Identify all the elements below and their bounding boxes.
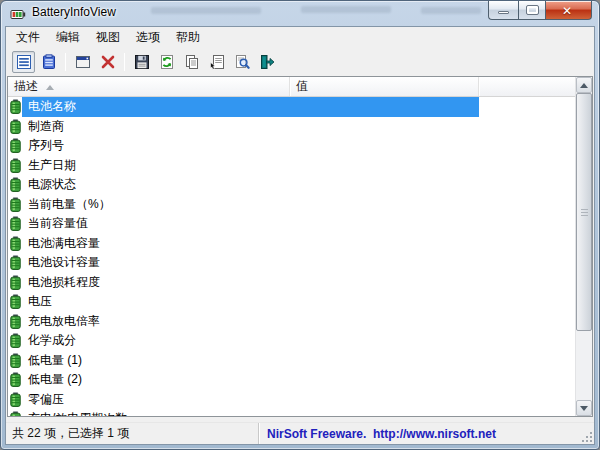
list-item[interactable]: 当前容量值 bbox=[8, 214, 575, 234]
list-item[interactable]: 制造商 bbox=[8, 117, 575, 137]
list-item-label: 电池损耗程度 bbox=[25, 275, 103, 289]
list-item-label: 序列号 bbox=[25, 138, 67, 152]
toolbar bbox=[6, 48, 594, 76]
column-header-filler bbox=[479, 77, 575, 96]
save-icon bbox=[134, 54, 150, 70]
refresh-icon bbox=[159, 54, 175, 70]
list-item[interactable]: 当前电量（%） bbox=[8, 195, 575, 215]
list-item[interactable]: 电源状态 bbox=[8, 175, 575, 195]
list-item-label: 生产日期 bbox=[25, 158, 79, 172]
list-item[interactable]: 电池满电容量 bbox=[8, 234, 575, 254]
resize-grip[interactable] bbox=[581, 431, 593, 443]
column-header-label: 值 bbox=[296, 78, 308, 95]
triangle-down-icon bbox=[580, 406, 588, 411]
list-rows: 电池名称 制造商 序列号 bbox=[8, 97, 575, 416]
window-title: BatteryInfoView bbox=[32, 5, 116, 19]
list-item-label: 电池名称 bbox=[25, 99, 79, 113]
list-item[interactable]: 充电/放电周期次数 bbox=[8, 409, 575, 416]
list-item-label: 电压 bbox=[25, 294, 55, 308]
list-item[interactable]: 低电量 (1) bbox=[8, 351, 575, 371]
titlebar[interactable]: BatteryInfoView ✕ bbox=[1, 1, 599, 26]
battery-icon bbox=[10, 411, 21, 416]
list-item[interactable]: 化学成分 bbox=[8, 331, 575, 351]
column-header-description[interactable]: 描述 bbox=[8, 77, 290, 96]
log-view-button[interactable] bbox=[37, 51, 60, 73]
battery-app-icon bbox=[10, 6, 26, 22]
minimize-icon bbox=[498, 11, 509, 14]
toolbar-separator bbox=[65, 53, 66, 71]
properties-icon bbox=[209, 54, 225, 70]
report-view-button[interactable] bbox=[12, 51, 35, 73]
copy-icon bbox=[184, 54, 200, 70]
status-selection-count: 共 22 项，已选择 1 项 bbox=[6, 423, 259, 444]
exit-icon bbox=[259, 54, 275, 70]
vertical-scrollbar[interactable] bbox=[575, 77, 592, 416]
battery-info-list: 描述 值 电池名称 bbox=[7, 76, 593, 417]
menu-file[interactable]: 文件 bbox=[8, 27, 48, 48]
find-icon bbox=[234, 54, 250, 70]
list-item-label: 制造商 bbox=[25, 119, 67, 133]
list-item[interactable]: 电池名称 bbox=[8, 97, 575, 117]
list-item[interactable]: 电池损耗程度 bbox=[8, 273, 575, 293]
menu-edit[interactable]: 编辑 bbox=[48, 27, 88, 48]
properties-window-icon bbox=[75, 54, 91, 70]
glass-ghost bbox=[421, 7, 481, 14]
properties-window-button[interactable] bbox=[71, 51, 94, 73]
column-header-label: 描述 bbox=[14, 78, 38, 95]
list-item-label: 电池设计容量 bbox=[25, 255, 103, 269]
copy-button[interactable] bbox=[180, 51, 203, 73]
list-item[interactable]: 电压 bbox=[8, 292, 575, 312]
menu-view[interactable]: 视图 bbox=[88, 27, 128, 48]
list-item[interactable]: 零偏压 bbox=[8, 390, 575, 410]
properties-button[interactable] bbox=[205, 51, 228, 73]
list-item-label: 当前电量（%） bbox=[25, 197, 114, 211]
close-icon: ✕ bbox=[562, 4, 572, 18]
list-item-label: 电池满电容量 bbox=[25, 236, 103, 250]
list-item[interactable]: 电池设计容量 bbox=[8, 253, 575, 273]
list-item[interactable]: 序列号 bbox=[8, 136, 575, 156]
list-item-label: 化学成分 bbox=[25, 333, 79, 347]
statusbar: 共 22 项，已选择 1 项 NirSoft Freeware. http://… bbox=[6, 422, 594, 444]
menu-options[interactable]: 选项 bbox=[128, 27, 168, 48]
list-header: 描述 值 bbox=[8, 77, 575, 97]
list-item-label: 充电放电倍率 bbox=[25, 314, 103, 328]
scroll-down-button[interactable] bbox=[576, 400, 592, 416]
list-item-label: 电源状态 bbox=[25, 177, 79, 191]
column-header-value[interactable]: 值 bbox=[290, 77, 479, 96]
close-button[interactable]: ✕ bbox=[546, 1, 592, 20]
menubar: 文件 编辑 视图 选项 帮助 bbox=[6, 27, 594, 48]
list-item[interactable]: 生产日期 bbox=[8, 156, 575, 176]
refresh-button[interactable] bbox=[155, 51, 178, 73]
report-view-icon bbox=[16, 54, 32, 70]
sort-ascending-icon bbox=[46, 85, 54, 90]
delete-button[interactable] bbox=[96, 51, 119, 73]
maximize-button[interactable] bbox=[518, 1, 546, 20]
list-item[interactable]: 充电放电倍率 bbox=[8, 312, 575, 332]
window: BatteryInfoView ✕ 文件 编辑 视图 选项 帮助 bbox=[0, 0, 600, 450]
status-nirsoft-link[interactable]: NirSoft Freeware. http://www.nirsoft.net bbox=[259, 423, 594, 444]
delete-icon bbox=[100, 54, 116, 70]
list-item-label: 低电量 (2) bbox=[25, 372, 85, 386]
minimize-button[interactable] bbox=[488, 1, 518, 20]
exit-button[interactable] bbox=[255, 51, 278, 73]
find-button[interactable] bbox=[230, 51, 253, 73]
list-item-label: 零偏压 bbox=[25, 392, 67, 406]
log-view-icon bbox=[41, 54, 57, 70]
triangle-up-icon bbox=[580, 83, 588, 88]
scrollbar-thumb[interactable] bbox=[576, 93, 592, 331]
caption-buttons: ✕ bbox=[488, 1, 592, 20]
list-item-label: 当前容量值 bbox=[25, 216, 91, 230]
maximize-icon bbox=[527, 6, 538, 14]
list-item[interactable]: 低电量 (2) bbox=[8, 370, 575, 390]
glass-ghost bbox=[151, 7, 261, 14]
list-item-label: 充电/放电周期次数 bbox=[25, 411, 130, 416]
menu-help[interactable]: 帮助 bbox=[168, 27, 208, 48]
glass-ghost bbox=[301, 6, 391, 13]
save-button[interactable] bbox=[130, 51, 153, 73]
list-item-label: 低电量 (1) bbox=[25, 353, 85, 367]
client-area: 文件 编辑 视图 选项 帮助 bbox=[5, 26, 595, 445]
toolbar-separator bbox=[124, 53, 125, 71]
scroll-up-button[interactable] bbox=[576, 77, 592, 93]
